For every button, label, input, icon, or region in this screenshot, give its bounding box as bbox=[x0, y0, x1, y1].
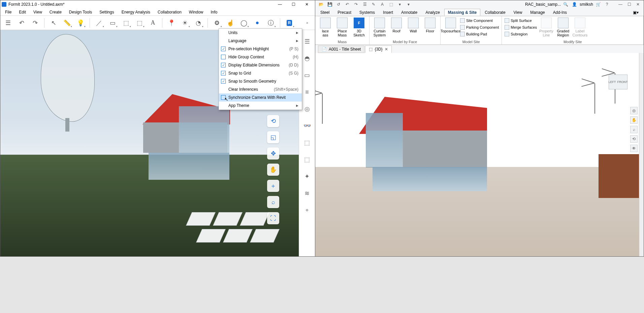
orbit-icon[interactable]: ⟲ bbox=[267, 115, 279, 127]
walkthrough-icon[interactable]: ✥ bbox=[267, 147, 279, 160]
wall-button[interactable]: Wall bbox=[406, 18, 421, 33]
zoom-fit-icon[interactable]: ⌕ bbox=[267, 196, 279, 208]
tab-precast[interactable]: Precast bbox=[334, 9, 355, 16]
tab-view[interactable]: View bbox=[510, 9, 526, 16]
dynamo-panel-icon[interactable]: ✦ bbox=[301, 170, 313, 182]
maximize-button[interactable]: ☐ bbox=[287, 0, 300, 8]
energy-icon[interactable]: ◔▾ bbox=[193, 17, 204, 29]
redo-icon[interactable]: ↷ bbox=[29, 17, 41, 29]
menu-edit[interactable]: Edit bbox=[15, 9, 29, 15]
tab-annotate[interactable]: Annotate bbox=[397, 9, 421, 16]
qat-text-icon[interactable]: A bbox=[379, 1, 386, 8]
menu-settings[interactable]: Settings bbox=[96, 9, 117, 15]
location-icon[interactable]: 📍 bbox=[166, 17, 177, 29]
close-tab-icon[interactable]: ✕ bbox=[385, 47, 388, 52]
label-contours-button[interactable]: Label Contours bbox=[573, 18, 587, 37]
view-tab-title-sheet[interactable]: 📄 A001 - Title Sheet bbox=[318, 46, 364, 53]
qat-save-icon[interactable]: 💾 bbox=[326, 1, 333, 8]
touch-icon[interactable]: ☝ bbox=[225, 17, 236, 29]
dd-snap-grid[interactable]: ✓Snap to Grid(S G) bbox=[219, 69, 302, 77]
search-icon[interactable]: 🔍 bbox=[562, 1, 570, 8]
dd-editable-dims[interactable]: ✓Display Editable Dimensions(D D) bbox=[219, 61, 302, 69]
merge-surfaces-button[interactable]: Merge Surfaces bbox=[505, 24, 537, 30]
layers-panel-icon[interactable]: ▭ bbox=[301, 69, 313, 81]
menu-create[interactable]: Create bbox=[46, 9, 65, 15]
sketch-list-icon[interactable]: ☰ bbox=[2, 17, 14, 29]
split-surface-button[interactable]: Split Surface bbox=[505, 18, 537, 24]
menu-energy-analysis[interactable]: Energy Analysis bbox=[118, 9, 154, 15]
qat-sync-icon[interactable]: ↺ bbox=[335, 1, 342, 8]
share-icon[interactable]: ◯▾ bbox=[238, 17, 250, 29]
qat-measure-icon[interactable]: ✎ bbox=[370, 1, 377, 8]
dd-clear-inferences[interactable]: Clear Inferences(Shift+Space) bbox=[219, 85, 302, 93]
curtain-system-button[interactable]: Curtain System bbox=[372, 18, 387, 37]
qat-more-icon[interactable]: ▾ bbox=[405, 1, 412, 8]
tab-collaborate[interactable]: Collaborate bbox=[481, 9, 509, 16]
menu-design-tools[interactable]: Design Tools bbox=[66, 9, 95, 15]
section-icon[interactable]: 💡▾ bbox=[75, 17, 86, 29]
tab-insert[interactable]: Insert bbox=[379, 9, 397, 16]
plugins-panel-icon[interactable]: ⚬ bbox=[301, 204, 313, 216]
array-icon[interactable]: ⬚▾ bbox=[134, 17, 145, 29]
line-tool-icon[interactable]: ／▾ bbox=[93, 17, 105, 29]
menu-collaboration[interactable]: Collaboration bbox=[154, 9, 185, 15]
materials-panel-icon[interactable]: ◓ bbox=[301, 52, 313, 64]
overflow-icon[interactable]: » bbox=[301, 17, 313, 29]
revit-3d-viewport[interactable]: LEFTFRONT ◎ ✋ ⌕ ⟲ 👁 bbox=[315, 53, 639, 256]
tab-analyze[interactable]: Analyze bbox=[422, 9, 444, 16]
tab-massing-site[interactable]: Massing & Site bbox=[444, 9, 480, 16]
tab-manage[interactable]: Manage bbox=[526, 9, 548, 16]
view-tab-3d[interactable]: ⬚ {3D}✕ bbox=[365, 46, 391, 53]
box-select-icon[interactable]: ◱ bbox=[267, 131, 279, 143]
qat-undo-icon[interactable]: ↶ bbox=[344, 1, 351, 8]
measure-icon[interactable]: 📏▾ bbox=[61, 17, 73, 29]
tab-systems[interactable]: Systems bbox=[356, 9, 379, 16]
nav-orbit-icon[interactable]: ⟲ bbox=[630, 135, 638, 143]
cube-primitive-icon[interactable]: ▭▾ bbox=[107, 17, 118, 29]
toposurface-button[interactable]: Toposurface bbox=[443, 18, 458, 33]
dd-units[interactable]: Units bbox=[219, 29, 302, 37]
revit-side-panel-collapsed[interactable] bbox=[639, 53, 644, 256]
qat-redo-icon[interactable]: ↷ bbox=[352, 1, 360, 8]
dd-snap-smooth[interactable]: ✓Snap to Smooth Geometry bbox=[219, 77, 302, 85]
nav-look-icon[interactable]: 👁 bbox=[630, 145, 638, 152]
parking-component-button[interactable]: Parking Component bbox=[460, 24, 499, 30]
site-component-button[interactable]: Site Component bbox=[460, 18, 499, 24]
menu-view[interactable]: View bbox=[30, 9, 45, 15]
floor-button[interactable]: Floor bbox=[423, 18, 438, 33]
pan-icon[interactable]: ✋ bbox=[267, 164, 279, 176]
undo-icon[interactable]: ↶ bbox=[16, 17, 27, 29]
user-icon[interactable]: 👤 bbox=[571, 1, 578, 8]
dd-sync-camera-revit[interactable]: Synchronize Camera With Revit bbox=[219, 93, 302, 102]
roof-button[interactable]: Roof bbox=[389, 18, 404, 33]
settings-icon[interactable]: ⚙▾ bbox=[211, 17, 223, 29]
sun-icon[interactable]: ☀▾ bbox=[179, 17, 191, 29]
graded-region-button[interactable]: Graded Region bbox=[556, 18, 571, 37]
zoom-all-icon[interactable]: ⛶ bbox=[267, 212, 279, 224]
menu-info[interactable]: Info bbox=[207, 9, 221, 15]
close-button[interactable]: ✕ bbox=[300, 0, 314, 8]
scenes-panel-icon[interactable]: ◎ bbox=[301, 103, 313, 115]
properties-panel-icon[interactable]: ☰ bbox=[301, 35, 313, 48]
dd-language[interactable]: Language bbox=[219, 37, 302, 45]
minimize-button[interactable]: — bbox=[273, 0, 287, 8]
info-icon[interactable]: ⓘ▾ bbox=[265, 17, 277, 29]
revit-close-button[interactable]: ✕ bbox=[634, 1, 642, 8]
extrude-icon[interactable]: ⬚▾ bbox=[120, 17, 132, 29]
tab-add-ins[interactable]: Add-Ins bbox=[549, 9, 571, 16]
revit-maximize-button[interactable]: ☐ bbox=[625, 1, 633, 8]
qat-section-icon[interactable]: ▾ bbox=[396, 1, 404, 8]
account-icon[interactable]: ● bbox=[252, 17, 263, 29]
qat-3d-icon[interactable]: ⬚ bbox=[387, 1, 395, 8]
groups-panel-icon[interactable]: ⬚ bbox=[301, 137, 313, 149]
menu-file[interactable]: File bbox=[2, 9, 15, 15]
in-place-mass-button[interactable]: laceass bbox=[318, 18, 333, 37]
cart-icon[interactable]: 🛒 bbox=[594, 1, 602, 8]
qat-open-icon[interactable]: 📂 bbox=[317, 1, 325, 8]
help-icon[interactable]: ? bbox=[603, 1, 611, 8]
subregion-button[interactable]: Subregion bbox=[505, 31, 537, 37]
nav-pan-icon[interactable]: ✋ bbox=[630, 116, 638, 124]
content-library-icon[interactable]: ⬚ bbox=[301, 153, 313, 166]
text-icon[interactable]: A bbox=[147, 17, 159, 29]
building-pad-button[interactable]: Building Pad bbox=[460, 31, 499, 37]
